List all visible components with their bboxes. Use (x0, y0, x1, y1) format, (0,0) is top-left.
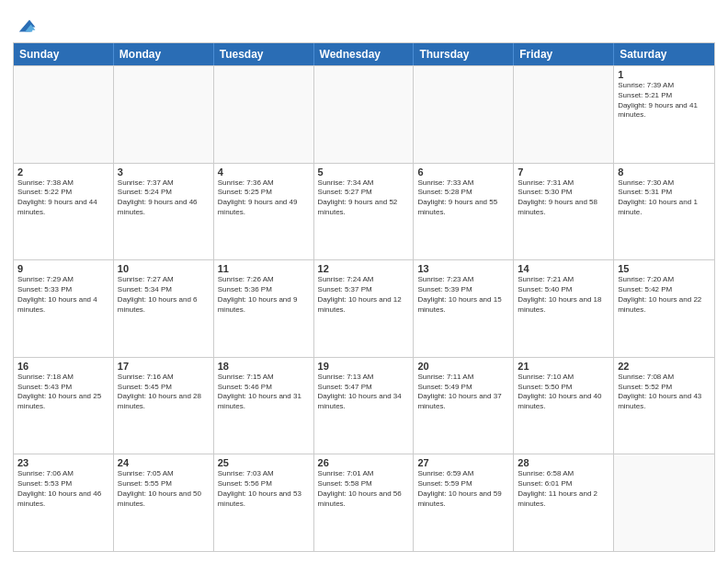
calendar-row-1: 2Sunrise: 7:38 AMSunset: 5:22 PMDaylight… (14, 163, 714, 260)
calendar-cell-27: 27Sunrise: 6:59 AMSunset: 5:59 PMDayligh… (414, 454, 514, 551)
page: SundayMondayTuesdayWednesdayThursdayFrid… (0, 0, 728, 563)
calendar-cell-empty-0-1 (114, 66, 214, 163)
calendar-cell-2: 2Sunrise: 7:38 AMSunset: 5:22 PMDaylight… (14, 164, 114, 260)
cell-info: Sunrise: 7:05 AMSunset: 5:55 PMDaylight:… (118, 469, 210, 509)
calendar-row-3: 16Sunrise: 7:18 AMSunset: 5:43 PMDayligh… (14, 357, 714, 454)
day-number: 20 (417, 361, 509, 372)
header-day-saturday: Saturday (614, 43, 714, 65)
header-day-wednesday: Wednesday (314, 43, 415, 65)
day-number: 14 (518, 263, 609, 274)
day-number: 21 (518, 361, 609, 372)
cell-info: Sunrise: 7:03 AMSunset: 5:56 PMDaylight:… (218, 469, 310, 509)
header-day-friday: Friday (514, 43, 614, 65)
day-number: 26 (318, 457, 410, 468)
day-number: 22 (618, 361, 711, 372)
calendar-cell-28: 28Sunrise: 6:58 AMSunset: 6:01 PMDayligh… (514, 454, 614, 551)
logo (13, 15, 37, 37)
calendar-cell-26: 26Sunrise: 7:01 AMSunset: 5:58 PMDayligh… (314, 454, 415, 551)
calendar-cell-17: 17Sunrise: 7:16 AMSunset: 5:45 PMDayligh… (114, 358, 214, 454)
cell-info: Sunrise: 7:31 AMSunset: 5:30 PMDaylight:… (518, 178, 609, 218)
cell-info: Sunrise: 7:16 AMSunset: 5:45 PMDaylight:… (118, 373, 210, 412)
cell-info: Sunrise: 7:39 AMSunset: 5:21 PMDaylight:… (618, 81, 711, 121)
header-day-tuesday: Tuesday (214, 43, 314, 65)
logo-icon (15, 15, 37, 37)
cell-info: Sunrise: 7:38 AMSunset: 5:22 PMDaylight:… (17, 178, 109, 218)
calendar-cell-3: 3Sunrise: 7:37 AMSunset: 5:24 PMDaylight… (114, 164, 214, 260)
cell-info: Sunrise: 7:01 AMSunset: 5:58 PMDaylight:… (318, 469, 410, 509)
header (13, 11, 715, 37)
calendar-cell-20: 20Sunrise: 7:11 AMSunset: 5:49 PMDayligh… (414, 358, 514, 454)
calendar-row-2: 9Sunrise: 7:29 AMSunset: 5:33 PMDaylight… (14, 259, 714, 357)
cell-info: Sunrise: 7:18 AMSunset: 5:43 PMDaylight:… (17, 373, 109, 412)
day-number: 25 (218, 457, 310, 468)
cell-info: Sunrise: 7:29 AMSunset: 5:33 PMDaylight:… (17, 275, 109, 315)
calendar-cell-5: 5Sunrise: 7:34 AMSunset: 5:27 PMDaylight… (314, 164, 415, 260)
calendar-cell-8: 8Sunrise: 7:30 AMSunset: 5:31 PMDaylight… (614, 164, 714, 260)
calendar-cell-9: 9Sunrise: 7:29 AMSunset: 5:33 PMDaylight… (14, 260, 114, 357)
day-number: 1 (618, 69, 711, 80)
day-number: 18 (218, 361, 310, 372)
day-number: 4 (218, 167, 310, 178)
day-number: 2 (17, 167, 109, 178)
day-number: 5 (318, 167, 410, 178)
calendar-cell-16: 16Sunrise: 7:18 AMSunset: 5:43 PMDayligh… (14, 358, 114, 454)
calendar-cell-empty-0-4 (414, 66, 514, 163)
day-number: 9 (17, 263, 109, 274)
day-number: 24 (118, 457, 210, 468)
cell-info: Sunrise: 6:58 AMSunset: 6:01 PMDaylight:… (518, 469, 609, 509)
calendar-cell-25: 25Sunrise: 7:03 AMSunset: 5:56 PMDayligh… (214, 454, 314, 551)
calendar-body: 1Sunrise: 7:39 AMSunset: 5:21 PMDaylight… (14, 65, 714, 551)
day-number: 10 (118, 263, 210, 274)
calendar-cell-12: 12Sunrise: 7:24 AMSunset: 5:37 PMDayligh… (314, 260, 415, 357)
day-number: 19 (318, 361, 410, 372)
day-number: 28 (518, 457, 609, 468)
cell-info: Sunrise: 7:26 AMSunset: 5:36 PMDaylight:… (218, 275, 310, 315)
calendar-row-4: 23Sunrise: 7:06 AMSunset: 5:53 PMDayligh… (14, 454, 714, 551)
calendar-cell-18: 18Sunrise: 7:15 AMSunset: 5:46 PMDayligh… (214, 358, 314, 454)
calendar-cell-6: 6Sunrise: 7:33 AMSunset: 5:28 PMDaylight… (414, 164, 514, 260)
calendar-cell-4: 4Sunrise: 7:36 AMSunset: 5:25 PMDaylight… (214, 164, 314, 260)
cell-info: Sunrise: 7:24 AMSunset: 5:37 PMDaylight:… (318, 275, 410, 315)
day-number: 17 (118, 361, 210, 372)
calendar-cell-19: 19Sunrise: 7:13 AMSunset: 5:47 PMDayligh… (314, 358, 415, 454)
cell-info: Sunrise: 7:06 AMSunset: 5:53 PMDaylight:… (17, 469, 109, 509)
day-number: 6 (417, 167, 509, 178)
cell-info: Sunrise: 7:34 AMSunset: 5:27 PMDaylight:… (318, 178, 410, 218)
cell-info: Sunrise: 7:10 AMSunset: 5:50 PMDaylight:… (518, 373, 609, 412)
day-number: 12 (318, 263, 410, 274)
calendar-header: SundayMondayTuesdayWednesdayThursdayFrid… (14, 43, 714, 65)
calendar-cell-empty-0-0 (14, 66, 114, 163)
cell-info: Sunrise: 7:15 AMSunset: 5:46 PMDaylight:… (218, 373, 310, 412)
day-number: 13 (417, 263, 509, 274)
calendar-cell-empty-4-6 (614, 454, 714, 551)
calendar-cell-24: 24Sunrise: 7:05 AMSunset: 5:55 PMDayligh… (114, 454, 214, 551)
calendar-cell-1: 1Sunrise: 7:39 AMSunset: 5:21 PMDaylight… (614, 66, 714, 163)
cell-info: Sunrise: 7:27 AMSunset: 5:34 PMDaylight:… (118, 275, 210, 315)
calendar-cell-22: 22Sunrise: 7:08 AMSunset: 5:52 PMDayligh… (614, 358, 714, 454)
day-number: 8 (618, 167, 711, 178)
day-number: 3 (118, 167, 210, 178)
calendar-cell-23: 23Sunrise: 7:06 AMSunset: 5:53 PMDayligh… (14, 454, 114, 551)
cell-info: Sunrise: 7:23 AMSunset: 5:39 PMDaylight:… (417, 275, 509, 315)
header-day-thursday: Thursday (414, 43, 514, 65)
cell-info: Sunrise: 7:36 AMSunset: 5:25 PMDaylight:… (218, 178, 310, 218)
day-number: 16 (17, 361, 109, 372)
calendar-cell-empty-0-2 (214, 66, 314, 163)
day-number: 7 (518, 167, 609, 178)
calendar-cell-13: 13Sunrise: 7:23 AMSunset: 5:39 PMDayligh… (414, 260, 514, 357)
cell-info: Sunrise: 7:21 AMSunset: 5:40 PMDaylight:… (518, 275, 609, 315)
calendar-cell-empty-0-3 (314, 66, 415, 163)
calendar-cell-21: 21Sunrise: 7:10 AMSunset: 5:50 PMDayligh… (514, 358, 614, 454)
cell-info: Sunrise: 7:20 AMSunset: 5:42 PMDaylight:… (618, 275, 711, 315)
header-day-monday: Monday (114, 43, 214, 65)
calendar-cell-10: 10Sunrise: 7:27 AMSunset: 5:34 PMDayligh… (114, 260, 214, 357)
calendar-row-0: 1Sunrise: 7:39 AMSunset: 5:21 PMDaylight… (14, 65, 714, 163)
cell-info: Sunrise: 7:37 AMSunset: 5:24 PMDaylight:… (118, 178, 210, 218)
calendar-cell-7: 7Sunrise: 7:31 AMSunset: 5:30 PMDaylight… (514, 164, 614, 260)
cell-info: Sunrise: 7:30 AMSunset: 5:31 PMDaylight:… (618, 178, 711, 218)
cell-info: Sunrise: 7:11 AMSunset: 5:49 PMDaylight:… (417, 373, 509, 412)
day-number: 15 (618, 263, 711, 274)
header-day-sunday: Sunday (14, 43, 114, 65)
cell-info: Sunrise: 7:33 AMSunset: 5:28 PMDaylight:… (417, 178, 509, 218)
day-number: 11 (218, 263, 310, 274)
